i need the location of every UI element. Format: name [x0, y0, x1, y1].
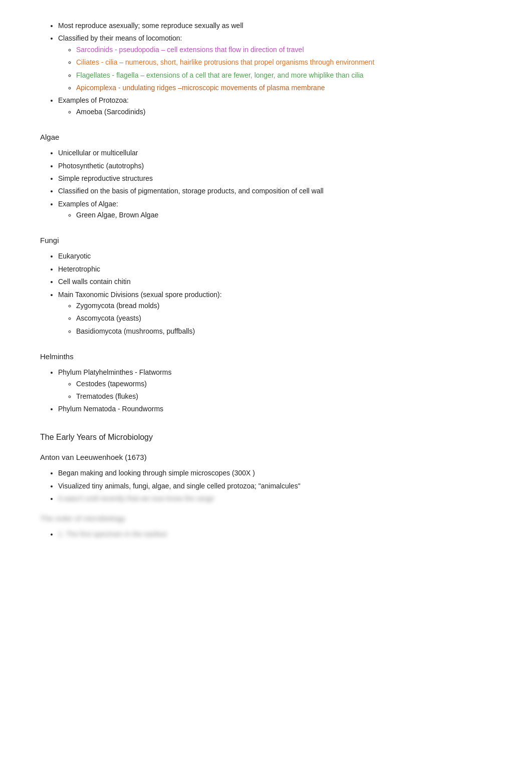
cestodes-item: Cestodes (tapeworms) — [76, 378, 502, 389]
helminths-sub-list: Cestodes (tapeworms) Trematodes (flukes) — [58, 378, 502, 402]
anton-heading: Anton van Leeuwenhoek (1673) — [40, 451, 502, 463]
anton-bullet2: Visualized tiny animals, fungi, algae, a… — [58, 480, 502, 491]
blurred-sub-text: 1. The first specimen in the earliest — [58, 530, 167, 538]
fungi-sub1: Zygomycota (bread molds) — [76, 300, 502, 311]
sarcodinids-text: - pseudopodia – cell extensions that flo… — [113, 46, 304, 54]
fungi-bullet1: Eukaryotic — [58, 250, 502, 262]
ciliates-item: Ciliates - cilia – numerous, short, hair… — [76, 57, 502, 68]
sarcodinids-item: Sarcodinids - pseudopodia – cell extensi… — [76, 44, 502, 55]
blurred-sub-item: 1. The first specimen in the earliest — [58, 529, 502, 540]
fungi-bullet4: Main Taxonomic Divisions (sexual spore p… — [58, 289, 502, 337]
main-content: Most reproduce asexually; some reproduce… — [40, 20, 502, 540]
fungi-bullets: Eukaryotic Heterotrophic Cell walls cont… — [40, 250, 502, 337]
anton-bullets: Began making and looking through simple … — [40, 467, 502, 504]
fungi-bullet2: Heterotrophic — [58, 264, 502, 275]
blurred-heading: The order of microbiology — [40, 512, 502, 525]
fungi-sub3: Basidiomycota (mushrooms, puffballs) — [76, 326, 502, 337]
helminths-bullets: Phylum Platyhelminthes - Flatworms Cesto… — [40, 367, 502, 415]
ciliates-label: Ciliates — [76, 58, 99, 66]
flagellates-item: Flagellates - flagella – extensions of a… — [76, 70, 502, 81]
algae-examples-item: Green Algae, Brown Algae — [76, 209, 502, 220]
apicomplexa-text: - undulating ridges –microscopic movemen… — [116, 84, 325, 92]
examples-protozoa: Examples of Protozoa: Amoeba (Sarcodinid… — [58, 95, 502, 117]
apicomplexa-label: Apicomplexa — [76, 84, 116, 92]
sarcodinids-label: Sarcodinids — [76, 46, 113, 54]
fungi-divisions-list: Zygomycota (bread molds) Ascomycota (yea… — [58, 300, 502, 337]
algae-bullet5: Examples of Algae: Green Algae, Brown Al… — [58, 198, 502, 221]
fungi-sub2: Ascomycota (yeasts) — [76, 313, 502, 324]
bullet-locomotion: Classified by their means of locomotion:… — [58, 33, 502, 93]
anton-bullet1: Began making and looking through simple … — [58, 467, 502, 478]
algae-bullet2: Photosynthetic (autotrophs) — [58, 160, 502, 171]
early-years-heading: The Early Years of Microbiology — [40, 431, 502, 444]
helminths-heading: Helminths — [40, 351, 502, 363]
blurred-bullet: It wasn't until recently that we now kno… — [58, 493, 502, 504]
algae-heading: Algae — [40, 131, 502, 143]
algae-bullet3: Simple reproductive structures — [58, 173, 502, 184]
trematodes-item: Trematodes (flukes) — [76, 391, 502, 402]
top-bullets: Most reproduce asexually; some reproduce… — [40, 20, 502, 117]
algae-bullets: Unicellular or multicellular Photosynthe… — [40, 147, 502, 220]
blurred-text1: It wasn't until recently that we now kno… — [58, 494, 214, 502]
helminths-bullet1: Phylum Platyhelminthes - Flatworms Cesto… — [58, 367, 502, 402]
helminths-bullet2: Phylum Nematoda - Roundworms — [58, 403, 502, 414]
blurred-sub-list: 1. The first specimen in the earliest — [40, 529, 502, 540]
protozoa-examples-list: Amoeba (Sarcodinids) — [58, 106, 502, 117]
amoeba-item: Amoeba (Sarcodinids) — [76, 106, 502, 117]
locomotion-subtypes: Sarcodinids - pseudopodia – cell extensi… — [58, 44, 502, 94]
algae-examples-list: Green Algae, Brown Algae — [58, 209, 502, 220]
fungi-bullet3: Cell walls contain chitin — [58, 276, 502, 287]
bullet-reproduce: Most reproduce asexually; some reproduce… — [58, 20, 502, 31]
ciliates-text: - cilia – numerous, short, hairlike prot… — [99, 58, 374, 66]
flagellates-text: - flagella – extensions of a cell that a… — [110, 71, 364, 79]
fungi-heading: Fungi — [40, 234, 502, 246]
apicomplexa-item: Apicomplexa - undulating ridges –microsc… — [76, 82, 502, 93]
flagellates-label: Flagellates — [76, 71, 110, 79]
algae-bullet4: Classified on the basis of pigmentation,… — [58, 185, 502, 196]
algae-bullet1: Unicellular or multicellular — [58, 147, 502, 158]
